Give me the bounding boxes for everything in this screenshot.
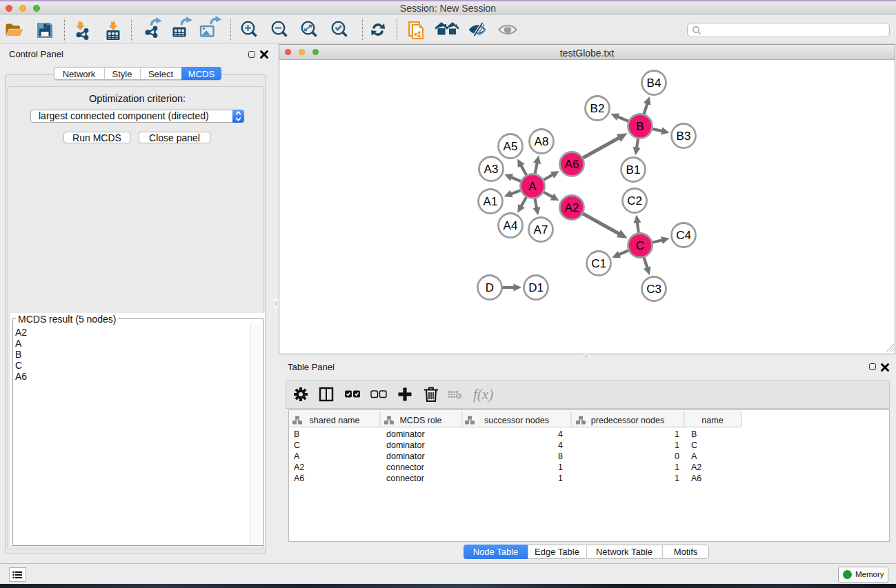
svg-text:C3: C3 xyxy=(646,283,661,296)
svg-text:A5: A5 xyxy=(504,140,518,153)
svg-text:C: C xyxy=(636,239,644,252)
svg-text:C2: C2 xyxy=(627,194,642,207)
svg-text:C1: C1 xyxy=(591,257,606,270)
svg-text:A2: A2 xyxy=(565,201,579,214)
svg-text:B3: B3 xyxy=(677,130,691,143)
svg-text:MCDS role: MCDS role xyxy=(399,416,441,425)
svg-text:B2: B2 xyxy=(590,102,605,115)
svg-text:D1: D1 xyxy=(528,281,544,294)
svg-text:A8: A8 xyxy=(535,135,549,148)
svg-text:A: A xyxy=(528,180,537,193)
svg-text:shared name: shared name xyxy=(310,416,360,425)
svg-text:A7: A7 xyxy=(534,223,548,236)
svg-text:predecessor nodes: predecessor nodes xyxy=(591,416,664,425)
svg-text:A3: A3 xyxy=(484,163,499,176)
svg-text:B1: B1 xyxy=(626,163,641,176)
svg-text:name: name xyxy=(701,416,723,425)
svg-text:D: D xyxy=(486,281,494,294)
svg-text:A1: A1 xyxy=(484,195,498,208)
svg-text:B: B xyxy=(636,120,644,133)
svg-text:B4: B4 xyxy=(647,77,661,90)
svg-text:A6: A6 xyxy=(565,158,579,171)
svg-text:successor nodes: successor nodes xyxy=(484,416,549,425)
svg-text:C4: C4 xyxy=(676,229,691,242)
svg-text:f(x): f(x) xyxy=(473,386,493,403)
svg-text:A4: A4 xyxy=(504,219,518,232)
